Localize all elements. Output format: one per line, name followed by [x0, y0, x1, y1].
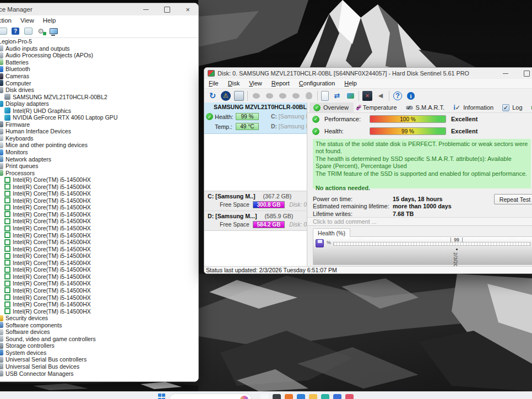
- toolbar-icon[interactable]: [264, 91, 274, 101]
- console-window-icon[interactable]: [0, 27, 7, 35]
- device-tree-item[interactable]: Intel(R) Core(TM) i5-14500HX: [0, 211, 198, 218]
- toolbar-icon[interactable]: [278, 91, 287, 101]
- device-tree-item[interactable]: Universal Serial Bus devices: [0, 363, 198, 370]
- device-tree-item[interactable]: Intel(R) Core(TM) i5-14500HX: [0, 260, 198, 267]
- menu-report[interactable]: Report: [272, 80, 290, 87]
- device-tree-item[interactable]: Processors: [0, 169, 198, 176]
- tab[interactable]: ✓ Overview: [310, 103, 354, 112]
- device-tree-item[interactable]: Intel(R) Core(TM) i5-14500HX: [0, 204, 198, 211]
- toolbar-icon[interactable]: [389, 91, 389, 101]
- device-tree-item[interactable]: Intel(R) Core(TM) i5-14500HX: [0, 239, 198, 246]
- device-tree-item[interactable]: Intel(R) Core(TM) i5-14500HX: [0, 245, 198, 252]
- taskbar-app-icon[interactable]: [333, 394, 341, 399]
- toolbar-icon[interactable]: [247, 91, 248, 101]
- taskbar-app-icon[interactable]: [260, 394, 269, 399]
- toolbar-icon[interactable]: [345, 91, 355, 101]
- device-tree-item[interactable]: Intel(R) Core(TM) i5-14500HX: [0, 197, 198, 204]
- tab[interactable]: ✓ Temperature: [354, 103, 402, 112]
- menu-disk[interactable]: Disk: [228, 80, 240, 87]
- comment-input[interactable]: Click to add comment ...: [307, 217, 532, 226]
- save-chart-icon[interactable]: [316, 239, 324, 247]
- toolbar-icon[interactable]: [376, 91, 386, 101]
- toolbar-icon[interactable]: [393, 91, 403, 101]
- device-tree-item[interactable]: Security devices: [0, 315, 198, 322]
- toolbar-icon[interactable]: [291, 91, 301, 101]
- device-tree-item[interactable]: Storage controllers: [0, 342, 198, 349]
- device-tree-item[interactable]: Intel(R) Core(TM) i5-14500HX: [0, 287, 198, 294]
- device-tree-item[interactable]: Intel(R) Core(TM) i5-14500HX: [0, 176, 198, 184]
- menu-view[interactable]: View: [20, 17, 34, 24]
- device-tree-item[interactable]: SAMSUNG MZVL21T0HCLR-00BL2: [0, 93, 198, 100]
- taskbar-app-icon[interactable]: [345, 394, 354, 399]
- menu-help[interactable]: Help: [344, 80, 357, 87]
- device-tree-item[interactable]: Intel(R) Core(TM) i5-14500HX: [0, 273, 198, 281]
- start-button[interactable]: [158, 393, 166, 399]
- devices-by-type-icon[interactable]: [49, 27, 58, 35]
- taskbar-app-icon[interactable]: [321, 394, 329, 399]
- device-tree-item[interactable]: Audio inputs and outputs: [0, 45, 198, 52]
- device-tree-item[interactable]: Firmware: [0, 121, 198, 128]
- scan-hardware-icon[interactable]: ⚙: [36, 27, 45, 35]
- repeat-test-button[interactable]: Repeat Test: [494, 194, 532, 204]
- device-tree-item[interactable]: Disk drives: [0, 87, 198, 94]
- device-tree-item[interactable]: Intel(R) Core(TM) i5-14500HX: [0, 301, 198, 308]
- toolbar-icon[interactable]: [234, 91, 244, 101]
- device-tree-item[interactable]: Mice and other pointing devices: [0, 142, 198, 149]
- toolbar-icon[interactable]: [321, 91, 329, 101]
- device-tree-item[interactable]: Software devices: [0, 328, 198, 336]
- tab[interactable]: ✓ Disk Performance: [528, 103, 532, 112]
- close-button[interactable]: ×: [177, 3, 198, 15]
- menu-file[interactable]: File: [209, 80, 219, 87]
- maximize-button[interactable]: [516, 68, 532, 79]
- menu-action[interactable]: Action: [0, 17, 12, 24]
- toolbar-icon[interactable]: [208, 91, 218, 101]
- device-tree-item[interactable]: System devices: [0, 349, 198, 357]
- partition-item[interactable]: C: [Samsung M..] (367.2 GB) Free Space 3…: [204, 191, 307, 211]
- menu-help[interactable]: Help: [43, 17, 56, 24]
- tab[interactable]: ✓ S.M.A.R.T.: [402, 103, 450, 112]
- taskbar-app-icon[interactable]: [309, 394, 317, 399]
- taskbar-app-icon[interactable]: [297, 394, 305, 399]
- toolbar-icon[interactable]: [406, 91, 416, 101]
- device-manager-titlebar[interactable]: Device Manager ×: [0, 3, 198, 15]
- device-tree-item[interactable]: Batteries: [0, 59, 198, 66]
- disk-list-item-selected[interactable]: SAMSUNG MZVL21T0HCLR-00BL (953.9 GB) ✓ H…: [204, 103, 307, 134]
- partition-item[interactable]: D: [Samsung M...] (585.9 GB) Free Space …: [204, 211, 307, 230]
- toolbar-icon[interactable]: [317, 91, 318, 101]
- minimize-button[interactable]: [135, 3, 156, 15]
- properties-icon[interactable]: [24, 27, 32, 35]
- device-tree-item[interactable]: Intel(R) Core(TM) i5-14500HX: [0, 294, 198, 301]
- toolbar-icon[interactable]: [251, 91, 261, 101]
- minimize-button[interactable]: [495, 68, 516, 79]
- tab[interactable]: ✓ Information: [449, 103, 498, 112]
- toolbar-icon[interactable]: [362, 91, 372, 101]
- device-tree-item[interactable]: Intel(R) Core(TM) i5-14500HX: [0, 190, 198, 197]
- device-tree-item[interactable]: NVIDIA GeForce RTX 4060 Laptop GPU: [0, 114, 198, 121]
- hds-titlebar[interactable]: Disk: 0. SAMSUNG MZVL21T0HCLR-00BL [S64N…: [204, 68, 532, 79]
- toolbar-icon[interactable]: [332, 91, 342, 101]
- taskbar-app-icon[interactable]: [285, 394, 293, 399]
- menu-view[interactable]: View: [249, 80, 262, 87]
- device-tree-item[interactable]: Bluetooth: [0, 66, 198, 73]
- device-tree-item[interactable]: Universal Serial Bus controllers: [0, 356, 198, 363]
- device-tree-item[interactable]: Intel(R) Core(TM) i5-14500HX: [0, 252, 198, 260]
- device-tree-item[interactable]: Intel(R) Core(TM) i5-14500HX: [0, 218, 198, 225]
- device-tree-item[interactable]: Intel(R) Core(TM) i5-14500HX: [0, 308, 198, 315]
- device-tree-item[interactable]: Human Interface Devices: [0, 128, 198, 135]
- device-tree-item[interactable]: Monitors: [0, 149, 198, 156]
- device-tree-item[interactable]: Intel(R) Core(TM) i5-14500HX: [0, 280, 198, 287]
- device-tree-item[interactable]: Legion-Pro-5: [0, 38, 198, 45]
- taskbar-app-icon[interactable]: [273, 394, 281, 399]
- tab[interactable]: ✓ Log: [498, 103, 527, 112]
- device-tree-item[interactable]: Intel(R) Core(TM) i5-14500HX: [0, 266, 198, 273]
- device-tree-item[interactable]: Computer: [0, 79, 198, 87]
- device-tree-item[interactable]: Intel(R) Core(TM) i5-14500HX: [0, 231, 198, 239]
- device-tree-item[interactable]: Display adapters: [0, 100, 198, 107]
- toolbar-icon[interactable]: [304, 91, 314, 101]
- toolbar-icon[interactable]: [359, 91, 359, 101]
- device-tree-item[interactable]: Intel(R) UHD Graphics: [0, 107, 198, 114]
- device-tree-item[interactable]: Audio Processing Objects (APOs): [0, 52, 198, 59]
- help-icon[interactable]: ?: [11, 27, 20, 35]
- device-tree-item[interactable]: Intel(R) Core(TM) i5-14500HX: [0, 183, 198, 190]
- device-tree-item[interactable]: Keyboards: [0, 135, 198, 142]
